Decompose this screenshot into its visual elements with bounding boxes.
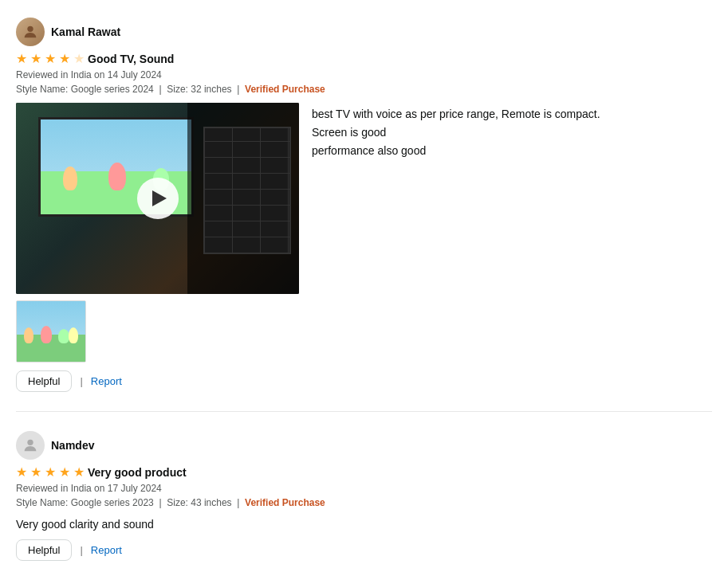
- star-2: ★: [30, 51, 41, 66]
- text-column: best TV with voice as per price range, R…: [312, 103, 712, 362]
- star-5: ★: [73, 464, 85, 480]
- star-rating-2: ★ ★ ★ ★ ★ Very good product: [16, 464, 712, 480]
- review-text-1: best TV with voice as per price range, R…: [312, 106, 712, 123]
- review-text-2: Screen is good: [312, 124, 712, 141]
- helpful-button[interactable]: Helpful: [16, 370, 72, 392]
- report-button[interactable]: Report: [91, 375, 122, 387]
- helpful-button-2[interactable]: Helpful: [16, 539, 72, 561]
- helpful-row: Helpful | Report: [16, 370, 712, 392]
- verified-badge: Verified Purchase: [245, 84, 325, 95]
- style-info: Style Name: Google series 2024 | Size: 3…: [16, 84, 712, 95]
- report-button-2[interactable]: Report: [91, 544, 122, 556]
- reviewer-name: Kamal Rawat: [51, 25, 120, 38]
- reviewer-name-2: Namdev: [51, 439, 94, 452]
- star-1: ★: [16, 464, 27, 480]
- play-button[interactable]: [137, 178, 179, 219]
- review-content: best TV with voice as per price range, R…: [16, 103, 712, 362]
- reviewer-row: Kamal Rawat: [16, 18, 712, 46]
- image-thumb-inner: [17, 301, 85, 362]
- review-title: Good TV, Sound: [88, 53, 174, 65]
- svg-point-1: [27, 440, 33, 445]
- avatar-2: [16, 431, 45, 460]
- media-column: [16, 103, 299, 362]
- reviewer-row-2: Namdev: [16, 431, 712, 460]
- helpful-row-2: Helpful | Report: [16, 539, 712, 561]
- star-rating: ★ ★ ★ ★ ★ Good TV, Sound: [16, 51, 712, 66]
- separator: |: [80, 375, 82, 387]
- review-title-2: Very good product: [88, 466, 187, 479]
- user-icon: [22, 437, 39, 454]
- style-info-2: Style Name: Google series 2023 | Size: 4…: [16, 497, 712, 508]
- review-text-namdev: Very good clarity and sound: [16, 516, 712, 533]
- star-4: ★: [59, 464, 70, 480]
- separator-2: |: [80, 544, 82, 556]
- review-kamal: Kamal Rawat ★ ★ ★ ★ ★ Good TV, Sound Rev…: [16, 8, 712, 392]
- image-thumbnail[interactable]: [16, 300, 86, 362]
- review-meta-2: Reviewed in India on 17 July 2024: [16, 483, 712, 494]
- star-3: ★: [45, 464, 56, 480]
- review-text-3: performance also good: [312, 143, 712, 159]
- star-4: ★: [59, 51, 70, 66]
- style-name-2: Style Name: Google series 2023: [16, 497, 154, 508]
- size-info: Size: 32 inches: [167, 84, 231, 95]
- review-divider: [16, 411, 712, 412]
- style-name: Style Name: Google series 2024: [16, 84, 154, 95]
- play-icon: [152, 190, 167, 206]
- svg-point-0: [27, 26, 33, 32]
- review-namdev: Namdev ★ ★ ★ ★ ★ Very good product Revie…: [16, 421, 712, 561]
- star-3: ★: [45, 51, 56, 66]
- avatar: [16, 18, 45, 46]
- star-1: ★: [16, 51, 27, 66]
- star-2: ★: [30, 464, 41, 480]
- video-thumbnail[interactable]: [16, 103, 299, 294]
- star-5: ★: [73, 51, 85, 66]
- size-info-2: Size: 43 inches: [167, 497, 231, 508]
- verified-badge-2: Verified Purchase: [245, 497, 325, 508]
- review-meta: Reviewed in India on 14 July 2024: [16, 69, 712, 80]
